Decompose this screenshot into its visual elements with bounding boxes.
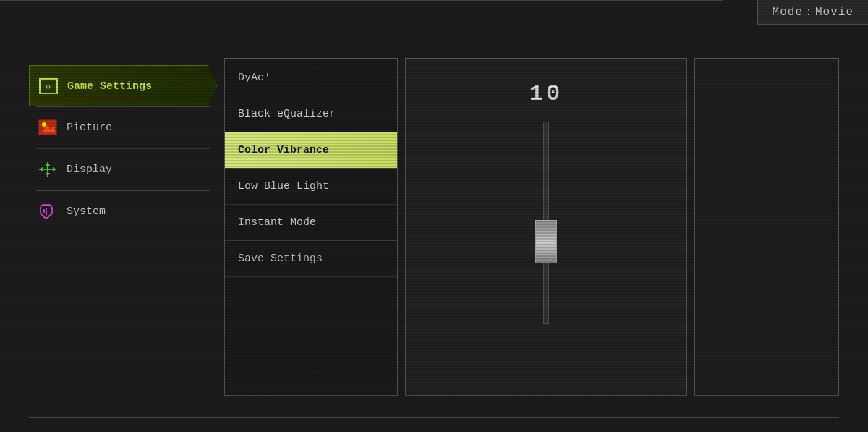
- menu-item-black-equalizer[interactable]: Black eQualizer: [225, 96, 397, 132]
- system-icon: [38, 201, 58, 221]
- screen: Mode：Movie ⚙ Game Settings: [0, 0, 868, 432]
- game-icon: ⚙: [38, 76, 59, 96]
- menu-item-label-dyac: DyAc⁺: [238, 72, 271, 84]
- main-content: ⚙ Game Settings Picture: [29, 58, 839, 396]
- slider-container[interactable]: [532, 122, 561, 324]
- mode-label: Mode：Movie: [757, 0, 868, 25]
- value-display: 10: [529, 80, 563, 107]
- sidebar-item-system[interactable]: System: [29, 191, 217, 232]
- sidebar-item-label-system: System: [67, 206, 106, 218]
- menu-item-empty2: [225, 336, 397, 395]
- sidebar-item-label-picture: Picture: [67, 122, 112, 134]
- menu-item-empty1: [225, 277, 397, 336]
- svg-marker-8: [46, 173, 50, 177]
- nav-panel: ⚙ Game Settings Picture: [29, 58, 217, 396]
- menu-item-dyac[interactable]: DyAc⁺: [225, 59, 397, 96]
- menu-item-save-settings[interactable]: Save Settings: [225, 241, 397, 277]
- menu-item-instant-mode[interactable]: Instant Mode: [225, 205, 397, 241]
- right-decorative-panel: [694, 58, 839, 396]
- menu-item-label-color-vibrance: Color Vibrance: [238, 144, 329, 156]
- value-panel: 10: [405, 58, 687, 396]
- picture-icon: [38, 117, 58, 137]
- menu-item-label-instant-mode: Instant Mode: [238, 216, 316, 229]
- menu-item-label-black-equalizer: Black eQualizer: [238, 108, 336, 120]
- svg-text:⚙: ⚙: [46, 83, 51, 91]
- bottom-border: [29, 417, 839, 418]
- menu-item-low-blue-light[interactable]: Low Blue Light: [225, 169, 397, 205]
- sidebar-item-label-game: Game Settings: [67, 80, 152, 93]
- sidebar-item-label-display: Display: [67, 164, 112, 176]
- display-icon: [38, 159, 58, 179]
- menu-item-label-low-blue-light: Low Blue Light: [238, 180, 329, 192]
- slider-track: [543, 122, 549, 324]
- top-border: [0, 0, 723, 1]
- svg-point-4: [42, 122, 46, 127]
- svg-marker-9: [39, 167, 43, 171]
- menu-item-label-save-settings: Save Settings: [238, 253, 323, 265]
- sidebar-item-display[interactable]: Display: [29, 149, 217, 190]
- sidebar-item-picture[interactable]: Picture: [29, 107, 217, 148]
- slider-thumb[interactable]: [535, 220, 557, 263]
- menu-item-color-vibrance[interactable]: Color Vibrance: [225, 132, 397, 169]
- svg-marker-10: [53, 167, 56, 171]
- mode-text: Mode：Movie: [773, 6, 854, 19]
- sidebar-item-game-settings[interactable]: ⚙ Game Settings: [29, 65, 217, 106]
- menu-panel: DyAc⁺ Black eQualizer Color Vibrance Low…: [224, 58, 398, 396]
- svg-marker-7: [46, 162, 50, 166]
